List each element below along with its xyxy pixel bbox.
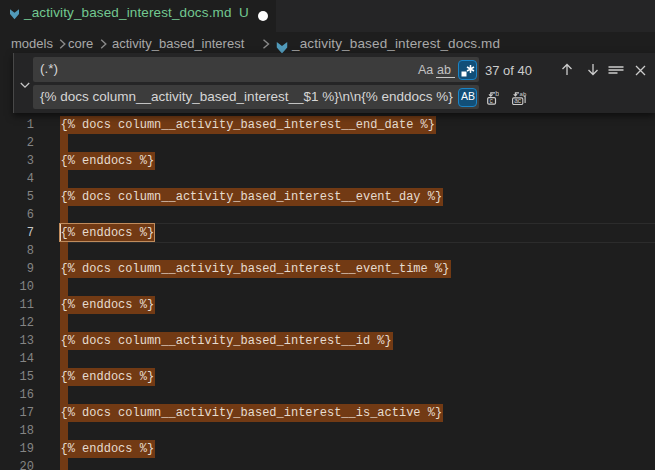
svg-text:ab: ab — [520, 91, 527, 97]
svg-text:ac: ac — [514, 97, 522, 104]
svg-text:c: c — [490, 97, 494, 104]
svg-text:b: b — [495, 91, 499, 97]
